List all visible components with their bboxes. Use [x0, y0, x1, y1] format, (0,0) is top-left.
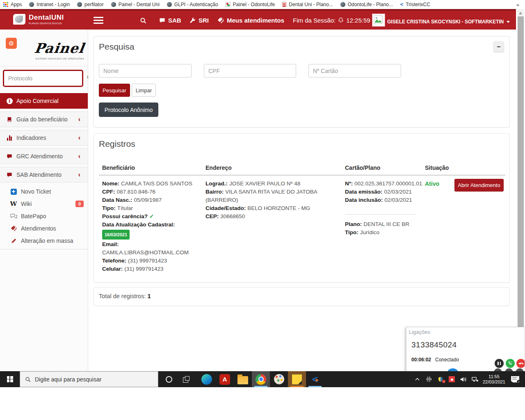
nav-sab[interactable]: SAB [159, 17, 181, 24]
minimize-button[interactable]: – [493, 41, 504, 52]
sidebar-item-label: GRC Atendimento [16, 153, 63, 160]
vertical-scrollbar[interactable] [517, 9, 524, 371]
sidebar-subitem-novo-ticket[interactable]: Novo Ticket [0, 185, 88, 198]
bookmark-odontolife-plano[interactable]: OdontoLife - Plano... [340, 2, 393, 7]
nav-meus-atendimentos[interactable]: Meus atendimentos [217, 17, 284, 24]
field-row: Plano:DENTAL III CE BR [345, 220, 419, 228]
action-center-icon[interactable]: 4 [509, 376, 521, 383]
sidebar-item-indicadores[interactable]: Indicadores ‹ [0, 130, 88, 146]
anonymous-protocol-button[interactable]: Protocolo Anônimo [99, 103, 158, 117]
field-label: Data inclusão: [345, 197, 383, 203]
taskbar-app-chrome[interactable] [252, 371, 270, 387]
sidebar: ⚙ Painel SISTEMA UNIFICADO DE OPERAÇÕES … [0, 30, 88, 371]
bookmark-label: Dental Uni - Plano... [289, 2, 333, 7]
task-view-icon[interactable] [183, 376, 189, 383]
chevron-left-icon: ‹ [78, 116, 80, 123]
field-row: Data Atualização Cadastral: [102, 221, 201, 229]
user-menu[interactable]: GISELE CRISTINA SKOCYNSKI - SOFTMARKETIN [387, 19, 510, 25]
bookmark-painel-odontolife[interactable]: Painel - OdontoLife [226, 2, 275, 7]
header-search-icon[interactable] [140, 17, 146, 24]
sidebar-subitem-atendimentos[interactable]: Atendimentos [0, 222, 88, 235]
protocol-input[interactable] [4, 75, 87, 82]
field-row: 16/03/2021 [102, 229, 201, 240]
sidebar-item-label: Guia do beneficiário [16, 116, 68, 123]
field-label: Plano: [345, 221, 362, 227]
bookmark-tristerixcc[interactable]: <TristerixCC [400, 2, 430, 7]
bookmark-glpi[interactable]: GLPI - Autenticação [167, 2, 218, 7]
user-avatar[interactable] [372, 14, 385, 26]
sidebar-item-sab-atendimento[interactable]: SAB Atendimento ‹ [0, 167, 88, 183]
taskbar-app-sticky-notes[interactable] [288, 371, 306, 387]
session-timer: Fim da Sessão: 12:25:59 [293, 17, 370, 24]
open-service-button[interactable]: Abrir Atendimento [454, 179, 504, 192]
network-icon[interactable] [471, 377, 479, 382]
book-icon [6, 116, 13, 122]
notification-lines [512, 377, 517, 378]
brand[interactable]: DentalUNI PLANOS ODONTOLÓGICOS [13, 14, 64, 25]
tray-chevron-up-icon[interactable] [414, 378, 421, 381]
clear-button[interactable]: Limpar [132, 84, 156, 97]
edge-icon [201, 374, 212, 385]
hangup-call-button[interactable] [516, 359, 525, 368]
transfer-call-button[interactable] [506, 359, 515, 368]
pause-call-button[interactable] [495, 359, 504, 368]
bookmark-apps[interactable]: Apps [3, 2, 22, 7]
bookmark-intranet[interactable]: Intranet - Login [29, 2, 70, 7]
screen: Apps Intranet - Login perfilator Painel … [0, 0, 525, 420]
globe-icon [167, 2, 172, 7]
sidebar-item-guia-beneficiario[interactable]: Guia do beneficiário ‹ [0, 112, 88, 127]
bookmark-painel-dentaluni[interactable]: Painel - Dental Uni [111, 2, 160, 7]
taskbar-app-acrobat[interactable]: A [216, 371, 234, 387]
sidebar-logo: ⚙ Painel SISTEMA UNIFICADO DE OPERAÇÕES [0, 30, 88, 66]
card-plan-divider [345, 214, 417, 215]
total-value: 1 [147, 293, 151, 299]
sidebar-item-grc-atendimento[interactable]: GRC Atendimento ‹ [0, 148, 88, 164]
field-value: Jurídico [360, 229, 379, 235]
taskbar-search-box[interactable] [20, 371, 158, 387]
sidebar-item-apoio-comercial[interactable]: i Apoio Comercial [0, 93, 88, 109]
name-input[interactable] [99, 64, 192, 78]
bookmarks-overflow-chevron[interactable]: » [516, 2, 519, 8]
field-label: Cidade/Estado: [205, 205, 246, 211]
card-number-input[interactable] [308, 64, 401, 78]
acrobat-icon: A [219, 374, 230, 385]
apps-grid-icon [3, 2, 8, 7]
sidebar-subitem-batepapo[interactable]: BatePapo [0, 210, 88, 222]
field-value: 05/09/1987 [134, 197, 162, 203]
red-diamond-icon[interactable]: ◆ [448, 376, 456, 382]
active-underline [290, 386, 304, 387]
bookmark-perfilator[interactable]: perfilator [77, 2, 104, 7]
field-label: CEP: [205, 213, 219, 219]
sidebar-subitem-wiki[interactable]: W Wiki 0 [0, 198, 88, 210]
bookmark-label: Painel - OdontoLife [233, 2, 275, 7]
taskbar-app-tristerix[interactable]: < [306, 371, 324, 387]
sidebar-subitem-label: Alteração em massa [21, 237, 73, 244]
search-icon [140, 17, 146, 24]
sidebar-item-label: Apoio Comercial [16, 98, 59, 104]
search-button[interactable]: Pesquisar [99, 84, 130, 97]
pencil-icon [10, 238, 17, 244]
cortana-icon[interactable] [166, 376, 172, 383]
bookmark-dentaluni-plano[interactable]: Dental Uni - Plano... [282, 2, 333, 7]
call-timer: 00:06:02 [411, 357, 431, 363]
address-column: Lograd.:JOSE XAVIER PAULO Nº 48 Bairro:V… [205, 180, 324, 221]
taskbar-search-input[interactable] [35, 376, 146, 383]
screen-sync-icon[interactable] [425, 376, 433, 382]
field-value: JOSE XAVIER PAULO Nº 48 [229, 180, 300, 187]
field-row: Nº:002.025.361757.000001.01 [345, 180, 419, 188]
scroll-up-arrow[interactable] [519, 12, 522, 14]
field-row: Nome:CAMILA TAIS DOS SANTOS [102, 180, 201, 188]
volume-icon[interactable] [460, 377, 467, 382]
start-button[interactable] [0, 371, 20, 387]
taskbar-app-explorer[interactable] [234, 371, 252, 387]
taskbar-app-edge[interactable] [198, 371, 216, 387]
defender-shield-icon[interactable]: x [437, 377, 444, 382]
taskbar-clock[interactable]: 11:55 22/03/2021 [483, 374, 505, 385]
field-row: Data emissão:02/03/2021 [345, 188, 419, 196]
cpf-input[interactable] [204, 64, 296, 78]
sidebar-subitem-alteracao-massa[interactable]: Alteração em massa [0, 235, 88, 247]
hamburger-menu-icon[interactable] [94, 17, 103, 25]
scrollbar-thumb[interactable] [518, 16, 524, 357]
nav-sri[interactable]: SRI [189, 17, 209, 24]
taskbar-app-paint[interactable] [270, 371, 288, 387]
